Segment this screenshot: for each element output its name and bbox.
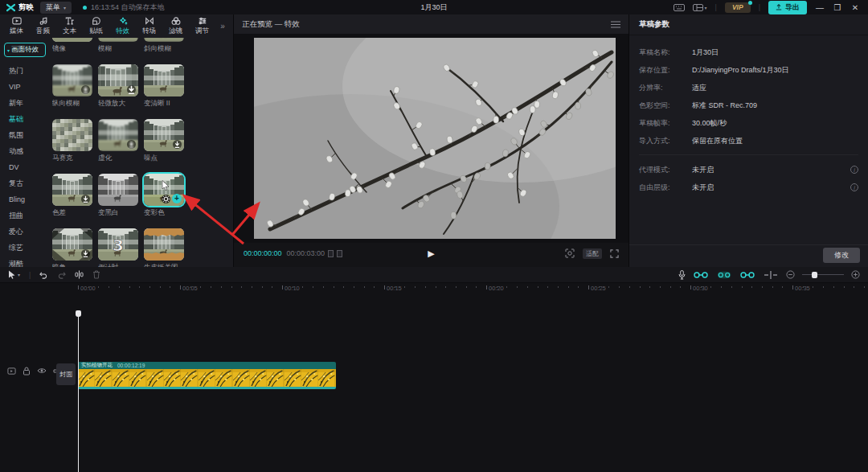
- nav-tab-adjust[interactable]: 调节: [189, 16, 215, 36]
- effect-card[interactable]: 纵向模糊: [52, 64, 92, 109]
- effect-thumbnail[interactable]: [144, 38, 184, 42]
- param-row: 色彩空间:标准 SDR - Rec.709: [639, 96, 858, 114]
- category-item[interactable]: DV: [4, 159, 48, 175]
- effect-group-selector[interactable]: ▾ 画面特效: [4, 43, 46, 57]
- track-options-icon[interactable]: [7, 367, 16, 376]
- cover-button[interactable]: 封面: [56, 363, 76, 385]
- zoom-out-timeline-icon[interactable]: [786, 270, 795, 279]
- auto-snap-toggle[interactable]: [716, 271, 732, 279]
- select-tool-button[interactable]: ▾: [8, 270, 20, 279]
- effect-card[interactable]: 模糊: [98, 38, 138, 54]
- export-button[interactable]: 导出: [768, 1, 807, 14]
- nav-tab-effects[interactable]: 特效: [109, 16, 136, 36]
- category-item[interactable]: 动感: [4, 143, 48, 159]
- layout-switch-button[interactable]: ▾: [693, 4, 707, 11]
- preview-axis-toggle[interactable]: [763, 271, 779, 279]
- effect-thumbnail[interactable]: [144, 119, 184, 151]
- close-button[interactable]: ✕: [850, 3, 860, 12]
- nav-tab-text[interactable]: 文本: [56, 16, 83, 36]
- info-icon[interactable]: i: [850, 183, 858, 191]
- category-item[interactable]: 热门: [4, 63, 48, 79]
- effect-thumbnail[interactable]: [98, 64, 138, 96]
- category-item[interactable]: 爱心: [4, 224, 48, 240]
- delete-icon[interactable]: [92, 270, 100, 279]
- effect-card[interactable]: +变彩色: [144, 174, 184, 218]
- shortcut-keyboard-icon[interactable]: [674, 4, 685, 11]
- minimize-button[interactable]: —: [815, 3, 825, 12]
- category-item[interactable]: 扭曲: [4, 207, 48, 224]
- menu-button[interactable]: 菜单 ▾: [40, 2, 72, 14]
- main-track-magnet-toggle[interactable]: [693, 271, 709, 279]
- ruler-tick: [302, 286, 303, 288]
- info-icon[interactable]: i: [850, 166, 858, 174]
- ruler-tick: [282, 285, 283, 289]
- category-item[interactable]: 氛围: [4, 127, 48, 143]
- effect-card[interactable]: 3倒计时: [98, 228, 138, 267]
- nav-tab-sticker[interactable]: 贴纸: [83, 16, 109, 36]
- nav-tab-media[interactable]: 媒体: [3, 16, 30, 36]
- effect-card[interactable]: 镜像: [52, 38, 92, 54]
- effect-card[interactable]: 变清晰 II: [144, 64, 184, 109]
- add-effect-button[interactable]: +: [172, 194, 182, 203]
- effect-thumbnail[interactable]: [52, 38, 92, 42]
- category-item[interactable]: 新年: [4, 95, 48, 111]
- category-item[interactable]: VIP: [4, 79, 48, 95]
- video-clip[interactable]: 实拍植物开花 00:00:12:19: [78, 362, 336, 389]
- nav-tab-filter[interactable]: 滤镜: [162, 16, 189, 36]
- modify-button[interactable]: 修改: [823, 248, 860, 263]
- ruler-tick: [547, 286, 548, 288]
- effect-card[interactable]: 马赛克: [52, 119, 92, 163]
- nav-tab-transition[interactable]: 转场: [136, 16, 162, 36]
- effect-thumbnail[interactable]: [52, 174, 92, 206]
- effect-card[interactable]: 色差: [52, 174, 92, 218]
- effect-thumbnail[interactable]: [144, 64, 184, 96]
- linkage-toggle[interactable]: [739, 271, 755, 279]
- undo-icon[interactable]: [39, 271, 48, 279]
- timeline-zoom-slider[interactable]: [802, 271, 844, 279]
- effect-thumbnail[interactable]: [98, 119, 138, 151]
- category-item[interactable]: Bling: [4, 191, 48, 207]
- video-viewport[interactable]: [234, 34, 628, 243]
- effect-card[interactable]: 斜向模糊: [144, 38, 184, 54]
- nav-tab-audio[interactable]: 音频: [30, 16, 56, 36]
- effect-card[interactable]: 虚化: [98, 119, 138, 163]
- effect-card[interactable]: 变黑白: [98, 174, 138, 218]
- maximize-button[interactable]: ❒: [833, 3, 842, 12]
- effect-thumbnail[interactable]: [98, 174, 138, 206]
- nav-expand-icon[interactable]: »: [215, 22, 230, 31]
- split-clip-icon[interactable]: [75, 270, 84, 279]
- zoom-in-timeline-icon[interactable]: [851, 270, 860, 279]
- ruler-tick: [486, 285, 487, 289]
- effect-card[interactable]: 暗角: [52, 228, 92, 267]
- fullscreen-icon[interactable]: [610, 249, 619, 258]
- record-voiceover-icon[interactable]: [678, 270, 686, 280]
- effect-card[interactable]: 牛皮纸关闭: [144, 228, 184, 267]
- effect-thumbnail[interactable]: [52, 64, 92, 96]
- category-item[interactable]: 基础: [4, 111, 48, 127]
- effect-settings-icon[interactable]: [162, 195, 170, 203]
- effect-card[interactable]: 噪点: [144, 119, 184, 163]
- fit-ratio-selector[interactable]: 适配: [583, 248, 602, 259]
- effect-thumbnail[interactable]: +: [144, 174, 184, 206]
- timeline-ruler[interactable]: 00:0000:0500:1000:1500:2000:2500:3000:35: [0, 283, 868, 294]
- effects-grid-viewport[interactable]: 镜像模糊斜向模糊纵向模糊轻微放大变清晰 II马赛克虚化噪点色差变黑白+变彩色暗角…: [48, 38, 233, 267]
- effect-thumbnail[interactable]: [98, 38, 138, 42]
- hide-track-icon[interactable]: [37, 367, 47, 375]
- ruler-tick: [823, 286, 824, 288]
- param-value: 未开启: [692, 165, 714, 175]
- effect-thumbnail[interactable]: [144, 228, 184, 261]
- preview-quality-icon[interactable]: [565, 248, 575, 258]
- redo-icon[interactable]: [57, 271, 66, 279]
- effect-card[interactable]: 轻微放大: [98, 64, 138, 109]
- vip-badge[interactable]: VIP: [725, 2, 751, 13]
- effect-thumbnail[interactable]: [52, 228, 92, 261]
- effect-thumbnail[interactable]: [52, 119, 92, 151]
- sticker-icon: [92, 16, 101, 26]
- category-item[interactable]: 综艺: [4, 240, 48, 256]
- slider-handle[interactable]: [812, 272, 817, 278]
- lock-track-icon[interactable]: [23, 367, 31, 376]
- preview-menu-icon[interactable]: [611, 21, 620, 28]
- adjust-icon: [198, 16, 207, 26]
- category-item[interactable]: 复古: [4, 175, 48, 191]
- effect-thumbnail[interactable]: 3: [98, 228, 138, 261]
